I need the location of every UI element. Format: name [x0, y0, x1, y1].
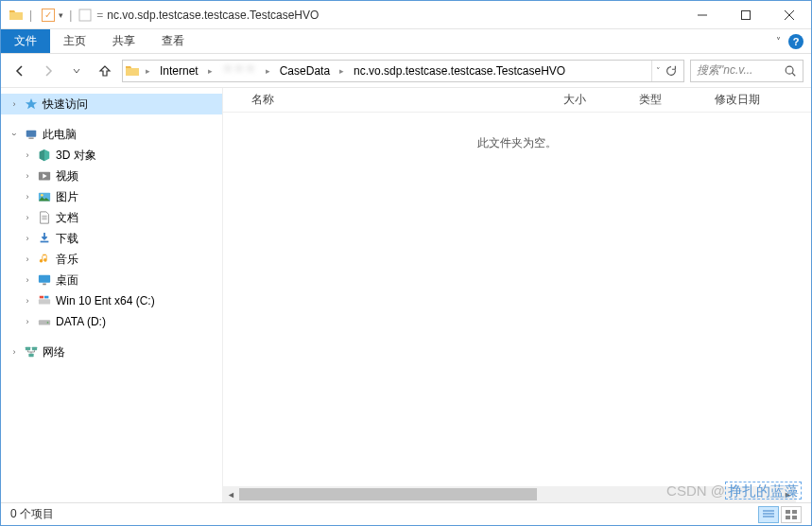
expand-ribbon-icon[interactable]: ˅ — [776, 36, 781, 46]
svg-rect-16 — [26, 347, 30, 351]
column-type[interactable]: 类型 — [639, 92, 715, 108]
picture-icon — [37, 189, 52, 204]
tree-network[interactable]: › 网络 — [1, 342, 222, 362]
tree-documents[interactable]: › 文档 — [1, 207, 222, 228]
chevron-right-icon[interactable]: › — [22, 254, 33, 265]
svg-rect-12 — [40, 296, 43, 299]
tree-music[interactable]: › 音乐 — [1, 249, 222, 270]
breadcrumb-item[interactable]: nc.vo.sdp.testcase.testcase.TestcaseHVO — [348, 61, 571, 81]
scrollbar-track[interactable] — [239, 486, 780, 502]
qat-checkbox[interactable]: ✓ ▾ — [42, 9, 63, 22]
tree-videos[interactable]: › 视频 — [1, 166, 222, 186]
check-icon: ✓ — [42, 9, 55, 22]
search-input[interactable]: 搜索"nc.v... — [690, 60, 803, 82]
music-icon — [37, 252, 52, 267]
windows-drive-icon — [37, 293, 52, 308]
tree-downloads[interactable]: › 下载 — [1, 228, 222, 249]
chevron-down-icon[interactable]: › — [9, 129, 20, 140]
tree-this-pc[interactable]: › 此电脑 — [1, 124, 222, 145]
tree-drive-d[interactable]: › DATA (D:) — [1, 311, 222, 332]
tab-share[interactable]: 共享 — [99, 29, 148, 53]
nav-up-button[interactable] — [94, 60, 116, 82]
nav-forward-button[interactable] — [37, 60, 60, 82]
drive-icon — [37, 314, 52, 329]
network-icon — [24, 344, 39, 359]
folder-icon — [9, 8, 24, 23]
close-button[interactable] — [768, 1, 811, 29]
column-date[interactable]: 修改日期 — [715, 92, 790, 108]
tree-label: DATA (D:) — [56, 315, 106, 328]
chevron-right-icon[interactable]: › — [22, 274, 33, 286]
svg-rect-18 — [28, 354, 33, 358]
tab-home[interactable]: 主页 — [50, 29, 99, 53]
column-headers: 名称 大小 类型 修改日期 — [223, 88, 811, 113]
details-view-button[interactable] — [758, 506, 779, 523]
svg-rect-21 — [786, 516, 790, 519]
tab-view[interactable]: 查看 — [148, 29, 198, 53]
titlebar: | ✓ ▾ | = nc.vo.sdp.testcase.testcase.Te… — [1, 1, 811, 29]
nav-tree: › 快速访问 › 此电脑 › 3D 对象 › 视频 — [1, 88, 223, 502]
breadcrumb-item[interactable]: Internet — [154, 61, 204, 81]
tree-label: Win 10 Ent x64 (C:) — [56, 294, 155, 307]
file-view: 名称 大小 类型 修改日期 此文件夹为空。 ◄ ► — [223, 88, 811, 502]
nav-recent-dropdown[interactable] — [65, 60, 88, 82]
svg-rect-4 — [28, 138, 33, 139]
chevron-right-icon[interactable]: › — [22, 295, 33, 307]
chevron-right-icon[interactable]: ▸ — [262, 61, 274, 81]
chevron-right-icon[interactable]: ▸ — [336, 61, 348, 81]
content-area: › 快速访问 › 此电脑 › 3D 对象 › 视频 — [1, 88, 811, 502]
tree-desktop[interactable]: › 桌面 — [1, 270, 222, 290]
svg-rect-0 — [79, 9, 91, 21]
chevron-right-icon[interactable]: › — [22, 316, 33, 327]
chevron-right-icon[interactable]: › — [22, 233, 33, 244]
scroll-right-icon[interactable]: ► — [780, 486, 796, 502]
tree-label: 网络 — [43, 344, 65, 360]
download-icon — [37, 231, 52, 246]
tree-label: 此电脑 — [43, 127, 77, 143]
help-icon[interactable]: ? — [788, 34, 803, 49]
tree-quick-access[interactable]: › 快速访问 — [1, 94, 222, 114]
horizontal-scrollbar[interactable]: ◄ ► — [223, 486, 796, 502]
computer-icon — [24, 127, 39, 142]
breadcrumb[interactable]: ▸ Internet ▸ ＊＊＊ ▸ CaseData ▸ nc.vo.sdp.… — [122, 60, 684, 82]
cube-icon — [37, 148, 52, 163]
scrollbar-thumb[interactable] — [239, 488, 537, 500]
tree-drive-c[interactable]: › Win 10 Ent x64 (C:) — [1, 290, 222, 311]
tab-file[interactable]: 文件 — [1, 29, 50, 53]
nav-back-button[interactable] — [9, 60, 31, 82]
column-size[interactable]: 大小 — [563, 92, 639, 108]
chevron-down-icon[interactable]: ˅ — [656, 66, 661, 76]
tree-pictures[interactable]: › 图片 — [1, 186, 222, 207]
breadcrumb-item-hidden[interactable]: ＊＊＊ — [216, 61, 262, 81]
chevron-right-icon[interactable]: › — [22, 149, 33, 161]
view-mode-toggle — [758, 506, 802, 523]
chevron-right-icon[interactable]: › — [22, 212, 33, 223]
chevron-right-icon[interactable]: ▸ — [204, 61, 216, 81]
desktop-icon — [37, 272, 52, 288]
minimize-button[interactable] — [681, 1, 724, 29]
svg-rect-1 — [742, 10, 751, 19]
tree-3d-objects[interactable]: › 3D 对象 — [1, 145, 222, 166]
scroll-left-icon[interactable]: ◄ — [223, 486, 239, 502]
column-name[interactable]: 名称 — [251, 92, 563, 108]
window-controls — [681, 1, 811, 29]
breadcrumb-item[interactable]: CaseData — [274, 61, 336, 81]
chevron-right-icon[interactable]: › — [22, 170, 33, 182]
document-icon — [37, 210, 52, 225]
icons-view-button[interactable] — [781, 506, 802, 523]
separator: | — [29, 9, 32, 22]
chevron-right-icon[interactable]: › — [9, 346, 20, 358]
tree-label: 快速访问 — [43, 96, 88, 113]
svg-point-2 — [786, 66, 793, 74]
tree-label: 3D 对象 — [56, 148, 96, 164]
refresh-icon[interactable] — [665, 64, 678, 78]
search-placeholder: 搜索"nc.v... — [697, 62, 752, 79]
svg-point-15 — [47, 322, 49, 324]
empty-folder-message: 此文件夹为空。 — [223, 135, 811, 151]
chevron-right-icon[interactable]: › — [9, 98, 20, 110]
item-count: 0 个项目 — [10, 506, 54, 522]
chevron-right-icon[interactable]: › — [22, 191, 33, 202]
maximize-button[interactable] — [724, 1, 768, 29]
chevron-right-icon[interactable]: ▸ — [142, 61, 154, 81]
svg-rect-13 — [44, 296, 48, 299]
